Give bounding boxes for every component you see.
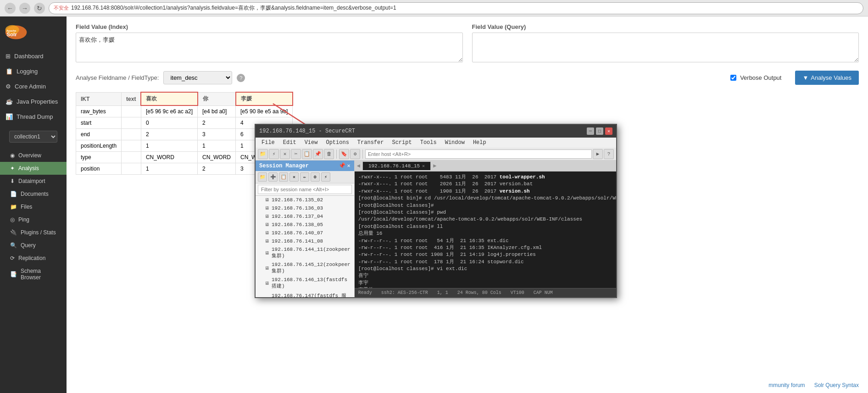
cell-type-text <box>122 152 141 163</box>
list-item[interactable]: 🖥 192.168.76.146_13(fastdfs搭建) <box>256 276 354 291</box>
footer-links: mmunity forum Solr Query Syntax <box>768 382 859 388</box>
solr-query-syntax-link[interactable]: Solr Query Syntax <box>814 382 859 388</box>
settings-btn[interactable]: ⚙ <box>350 149 360 159</box>
terminal-tab-active[interactable]: 192.168.76.148_15 ✕ <box>362 161 431 170</box>
row-label-positionlength: positionLength <box>76 140 122 152</box>
clone-btn[interactable]: 📋 <box>279 172 288 182</box>
menu-view[interactable]: View <box>301 138 322 147</box>
sidebar-item-replication[interactable]: ⟳ Replication <box>0 252 67 265</box>
cell-start-xihuan: 0 <box>141 117 197 129</box>
sidebar-item-analysis[interactable]: ✦ Analysis <box>0 162 67 175</box>
list-item[interactable]: 🖥 192.168.76.136_03 <box>256 204 354 212</box>
connect-session-btn[interactable]: ⚡ <box>321 172 330 182</box>
terminal-line: [root@localhost classes]# ll <box>358 223 616 230</box>
sidebar-item-dataimport[interactable]: ⬇ Dataimport <box>0 175 67 188</box>
collection-select[interactable]: collection1 <box>9 131 57 143</box>
sidebar-item-plugins[interactable]: 🔌 Plugins / Stats <box>0 226 67 239</box>
session-panel-close[interactable]: ✕ <box>347 162 350 169</box>
sidebar-item-logging[interactable]: 📋 Logging <box>0 64 67 79</box>
tab-next[interactable]: ▶ <box>433 162 436 169</box>
list-item[interactable]: 🖥 192.168.76.144_11(zookpeer集群) <box>256 245 354 260</box>
delete-session-btn[interactable]: ✕ <box>289 172 299 182</box>
terminal-line: -rwxr-x---. 1 root root 1908 11月 26 2017… <box>358 188 616 195</box>
session-filter-input[interactable] <box>258 185 352 194</box>
analyse-values-button[interactable]: ▼ Analyse Values <box>795 71 859 85</box>
cut-btn[interactable]: ✂ <box>291 149 301 159</box>
copy-btn[interactable]: 📋 <box>302 149 312 159</box>
menu-transfer[interactable]: Transfer <box>354 138 388 147</box>
sidebar-item-dashboard[interactable]: ⊞ Dashboard <box>0 49 67 64</box>
sidebar-item-core-admin[interactable]: ⚙ Core Admin <box>0 79 67 94</box>
analysis-icon: ✦ <box>10 165 15 172</box>
menu-file[interactable]: File <box>258 138 278 147</box>
list-item[interactable]: 🖥 192.168.76.141_08 <box>256 237 354 245</box>
back-button[interactable]: ← <box>5 3 16 14</box>
menu-help[interactable]: Help <box>469 138 490 147</box>
table-row: raw_bytes [e5 96 9c e6 ac a2] [e4 bd a0]… <box>76 105 293 117</box>
session-icon: 🖥 <box>265 197 269 203</box>
field-value-query-textarea[interactable] <box>472 33 859 62</box>
terminal-line: 喜宁 <box>358 272 616 279</box>
fieldname-select[interactable]: item_desc <box>163 71 232 84</box>
menu-script[interactable]: Script <box>388 138 415 147</box>
sidebar-item-ping[interactable]: ◎ Ping <box>0 213 67 226</box>
menu-edit[interactable]: Edit <box>279 138 300 147</box>
minimize-button[interactable]: ─ <box>587 127 594 135</box>
sidebar-item-overview[interactable]: ◉ Overview <box>0 149 67 162</box>
help-toolbar-btn[interactable]: ? <box>604 149 614 159</box>
properties-btn[interactable]: ⚙ <box>311 172 320 182</box>
cell-end-ni: 3 <box>198 129 236 140</box>
delete-btn[interactable]: 🗑 <box>324 149 334 159</box>
security-indicator: 不安全 <box>54 5 69 11</box>
tab-prev[interactable]: ◀ <box>357 162 360 169</box>
sidebar-item-java-properties[interactable]: ☕ Java Properties <box>0 94 67 109</box>
terminal-output[interactable]: -rwxr-x---. 1 root root 5483 11月 26 2017… <box>355 172 616 288</box>
list-item[interactable]: 🖥 192.168.76.147(fastdfs 服务器) <box>256 291 354 297</box>
list-item[interactable]: 🖥 192.168.76.138_05 <box>256 221 354 229</box>
reload-button[interactable]: ↻ <box>34 3 45 14</box>
new-session-btn[interactable]: 📁 <box>258 149 268 159</box>
sidebar-item-files[interactable]: 📁 Files <box>0 200 67 213</box>
verbose-output-checkbox[interactable] <box>730 75 736 81</box>
status-encryption: ssh2: AES-256-CTR <box>381 290 428 295</box>
sidebar-item-thread-dump[interactable]: 📊 Thread Dump <box>0 109 67 124</box>
list-item[interactable]: 🖥 192.168.76.140_07 <box>256 229 354 237</box>
sidebar-item-documents[interactable]: 📄 Documents <box>0 188 67 200</box>
terminal-line: [root@localhost classes]# pwd <box>358 209 616 216</box>
go-btn[interactable]: ▶ <box>593 149 603 159</box>
list-item[interactable]: 🖥 192.168.76.137_04 <box>256 212 354 221</box>
new-session-sm-btn[interactable]: ➕ <box>268 172 278 182</box>
url-bar[interactable]: 不安全 192.168.76.148:8080/solr/#/collectio… <box>49 2 863 14</box>
host-input[interactable] <box>365 149 592 159</box>
menu-tools[interactable]: Tools <box>417 138 440 147</box>
disconnect-btn[interactable]: ✕ <box>280 149 290 159</box>
session-icon: 🖥 <box>265 238 269 244</box>
community-forum-link[interactable]: mmunity forum <box>768 382 805 388</box>
list-item[interactable]: 🖥 192.168.76.145_12(zookpeer集群) <box>256 260 354 276</box>
bookmark-btn[interactable]: 🔖 <box>339 149 349 159</box>
dashboard-icon: ⊞ <box>6 53 11 60</box>
tab-close-icon[interactable]: ✕ <box>422 163 425 169</box>
list-item[interactable]: 🖥 192.168.76.135_02 <box>256 196 354 204</box>
paste-btn[interactable]: 📌 <box>313 149 323 159</box>
forward-button[interactable]: → <box>19 3 30 14</box>
menu-options[interactable]: Options <box>322 138 352 147</box>
terminal-line: [root@localhost classes]# vi ext.dic <box>358 266 616 272</box>
analyse-row: Analyse Fieldname / FieldType: item_desc… <box>76 71 859 85</box>
terminal-line: -rw-r--r--. 1 root root 1908 1月 21 14:19… <box>358 251 616 258</box>
menu-window[interactable]: Window <box>441 138 468 147</box>
rename-btn[interactable]: ✏ <box>300 172 309 182</box>
connect-btn[interactable]: ⚡ <box>269 149 279 159</box>
sidebar-item-schema-browser[interactable]: 📑 Schema Browser <box>0 265 67 284</box>
field-value-index-textarea[interactable]: 喜欢你，李媛 <box>76 33 463 62</box>
new-folder-btn[interactable]: 📁 <box>258 172 267 182</box>
maximize-button[interactable]: □ <box>596 127 603 135</box>
terminal-line: [root@localhost classes]# <box>358 202 616 209</box>
close-button[interactable]: ✕ <box>605 127 612 135</box>
sidebar-item-query[interactable]: 🔍 Query <box>0 239 67 252</box>
session-icon: 🖥 <box>265 214 269 219</box>
session-panel-pin[interactable]: 📌 <box>339 162 345 169</box>
cell-rawbytes-text <box>122 105 141 117</box>
session-icon: 🖥 <box>265 222 269 227</box>
help-icon[interactable]: ? <box>237 74 245 82</box>
